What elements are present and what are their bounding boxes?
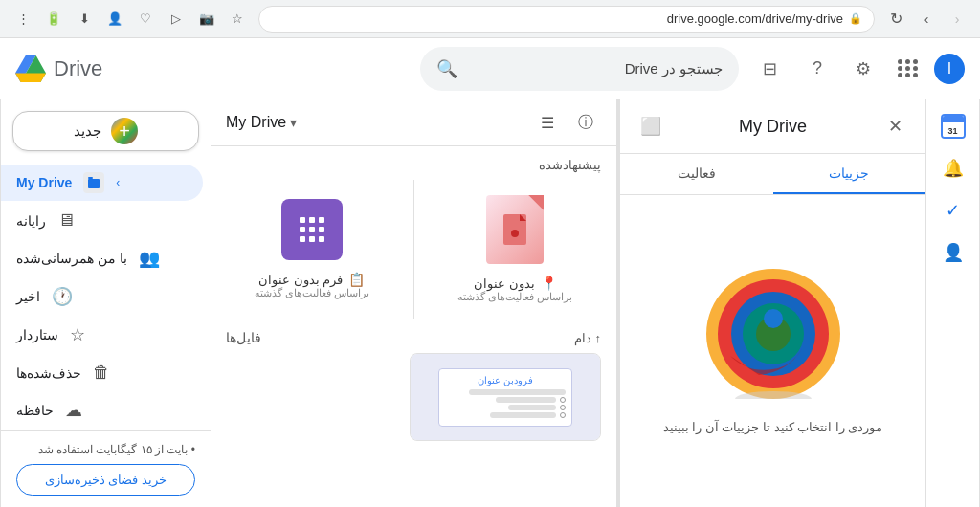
info-button[interactable]: ⓘ <box>570 107 601 138</box>
details-panel: ✕ My Drive ⬜ جزییات فعالیت <box>620 99 926 507</box>
my-drive-label: My Drive <box>16 175 72 190</box>
calendar-sidebar-item[interactable]: 31 <box>934 107 972 145</box>
details-content: موردی را انتخاب کنید تا جزییات آن را ببی… <box>620 195 925 507</box>
browser-chrome: ‹ › ↻ 🔒 drive.google.com/drive/my-drive … <box>0 0 980 38</box>
computers-icon: 🖥 <box>57 210 75 231</box>
form-line-1 <box>469 389 566 395</box>
url-text: drive.google.com/drive/my-drive <box>667 11 843 26</box>
search-icon[interactable]: 🔍 <box>436 58 457 79</box>
active-indicator: › <box>116 176 120 189</box>
storage-section: • بایت از ۱۵ گیگابایت استفاده شد خرید فض… <box>1 430 211 507</box>
download-button[interactable]: ⬇ <box>71 6 98 33</box>
contacts-sidebar-item[interactable]: 👤 <box>934 233 972 272</box>
menu-button[interactable]: ⋮ <box>10 6 36 33</box>
right-sidebar: + جدید › My Drive 🖥 رایانه <box>0 99 211 507</box>
list-view-button[interactable]: ☰ <box>532 107 563 138</box>
form-preview: فرودبن عنوان <box>438 368 572 427</box>
suggested-label: پیشنهادشده <box>211 146 616 180</box>
svg-rect-13 <box>309 227 315 232</box>
settings-button[interactable]: ⚙ <box>846 52 880 86</box>
starred-icon: ☆ <box>70 324 85 345</box>
browser-actions: ☆ 📷 ▷ ♡ 👤 ⬇ 🔋 ⋮ <box>10 6 251 33</box>
sidebar-item-trash[interactable]: 🗑 حذف‌شده‌ها <box>1 355 203 390</box>
sidebar-item-my-drive[interactable]: › My Drive <box>1 165 203 201</box>
tab-details[interactable]: جزییات <box>773 154 926 194</box>
files-grid: فرودبن عنوان <box>211 353 616 441</box>
suggested-card-1[interactable]: 📍 بدون عنوان براساس فعالیت‌های گذشته <box>414 180 617 319</box>
new-plus-icon: + <box>111 118 138 144</box>
radio-1 <box>560 397 566 403</box>
content-header: ⓘ ☰ ▾ My Drive <box>211 99 616 146</box>
heart-button[interactable]: ♡ <box>132 6 159 33</box>
address-bar[interactable]: 🔒 drive.google.com/drive/my-drive <box>258 6 875 33</box>
files-section: ↑ دام فایل‌ها فرودبن عنوان <box>211 319 616 441</box>
my-drive-icon <box>87 176 100 189</box>
card-2-type-icon: 📋 <box>348 272 365 287</box>
drive-logo: Drive <box>15 54 102 84</box>
breadcrumb: ▾ My Drive <box>226 114 297 131</box>
radio-2 <box>560 405 566 410</box>
recent-icon: 🕐 <box>52 286 73 307</box>
buy-storage-button[interactable]: خرید فضای ذخیره‌سازی <box>16 464 195 496</box>
svg-rect-9 <box>300 217 305 223</box>
cal-top <box>943 116 964 122</box>
svg-rect-12 <box>300 227 305 232</box>
form-title: فرودبن عنوان <box>445 375 566 386</box>
file-card-1[interactable]: فرودبن عنوان <box>410 353 601 441</box>
account-button[interactable]: 👤 <box>101 6 128 33</box>
storage-text: • بایت از ۱۵ گیگابایت استفاده شد <box>16 443 195 456</box>
new-button[interactable]: + جدید <box>12 111 199 151</box>
file-icon-purple <box>281 199 343 260</box>
battery-button[interactable]: 🔋 <box>40 6 67 33</box>
storage-nav-label: حافظه <box>16 403 54 418</box>
file-preview-1: فرودبن عنوان <box>411 354 600 440</box>
google-apps-button[interactable] <box>892 54 923 84</box>
notification-icon: 🔔 <box>943 158 964 179</box>
breadcrumb-title[interactable]: My Drive <box>226 114 286 131</box>
search-placeholder-text: جستجو در Drive <box>469 60 723 77</box>
sidebar-item-starred[interactable]: ☆ ستاردار <box>1 317 203 353</box>
close-details-button[interactable]: ✕ <box>880 111 910 142</box>
trash-label: حذف‌شده‌ها <box>16 365 81 381</box>
starred-label: ستاردار <box>16 327 58 342</box>
back-button[interactable]: ‹ <box>944 6 970 33</box>
pink-file-svg <box>501 212 529 247</box>
forward-button[interactable]: › <box>913 6 940 33</box>
svg-rect-16 <box>309 236 315 242</box>
upload-button[interactable]: ↑ دام <box>574 331 602 345</box>
icon-sidebar: 31 🔔 ✓ 👤 <box>926 99 980 507</box>
new-button-label: جدید <box>74 122 101 140</box>
cast-button[interactable]: ▷ <box>163 6 189 33</box>
bookmark-button[interactable]: ☆ <box>224 6 251 33</box>
details-tabs: جزییات فعالیت <box>620 154 925 195</box>
help-button[interactable]: ? <box>800 52 835 86</box>
sidebar-item-shared[interactable]: 👥 با من همرسانی‌شده <box>1 240 203 276</box>
camera-button[interactable]: 📷 <box>193 6 220 33</box>
trash-icon: 🗑 <box>93 363 110 383</box>
refresh-button[interactable]: ↻ <box>882 6 909 33</box>
sidebar-item-storage[interactable]: ☁ حافظه <box>1 392 203 429</box>
lock-icon: 🔒 <box>849 12 862 25</box>
search-bar[interactable]: جستجو در Drive 🔍 <box>420 47 739 91</box>
google-avatar[interactable]: I <box>934 54 965 84</box>
form-radio-2 <box>445 405 566 410</box>
sidebar-item-computers[interactable]: 🖥 رایانه <box>1 203 203 238</box>
notifications-sidebar-item[interactable]: 🔔 <box>934 149 972 187</box>
nav-buttons: ‹ › ↻ <box>882 6 970 33</box>
breadcrumb-arrow: ▾ <box>290 115 297 130</box>
suggested-card-2[interactable]: 📋 فرم بدون عنوان براساس فعالیت‌های گذشته <box>211 180 413 319</box>
sidebar-item-recent[interactable]: 🕐 اخیر <box>1 278 203 315</box>
shared-label: با من همرسانی‌شده <box>16 251 127 266</box>
svg-rect-11 <box>319 217 324 223</box>
card-1-subtitle: براساس فعالیت‌های گذشته <box>457 291 572 303</box>
card-2-meta: 📋 فرم بدون عنوان <box>258 272 365 287</box>
upload-label: دام <box>574 331 591 345</box>
details-header: ✕ My Drive ⬜ <box>620 99 925 154</box>
svg-rect-18 <box>88 179 100 188</box>
details-avatar-button[interactable]: ⬜ <box>635 111 666 142</box>
filter-button[interactable]: ⊟ <box>750 50 789 88</box>
shared-icon: 👥 <box>139 248 160 269</box>
radio-label-3 <box>490 412 556 418</box>
tab-activity[interactable]: فعالیت <box>620 154 773 194</box>
tasks-sidebar-item[interactable]: ✓ <box>934 191 972 230</box>
